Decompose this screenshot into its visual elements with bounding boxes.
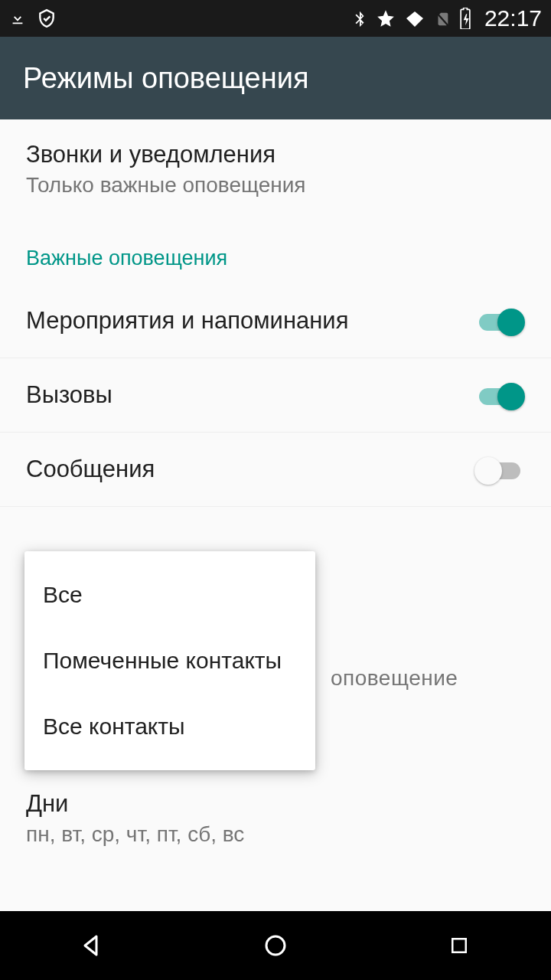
setting-subtitle: пн, вт, ср, чт, пт, сб, вс bbox=[26, 822, 525, 847]
app-bar: Режимы оповещения bbox=[0, 37, 551, 119]
settings-list: Звонки и уведомления Только важные опове… bbox=[0, 119, 551, 507]
popup-option-starred[interactable]: Помеченные контакты bbox=[24, 628, 315, 694]
svg-point-0 bbox=[266, 936, 285, 955]
battery-icon bbox=[458, 8, 472, 29]
check-shield-icon bbox=[37, 8, 57, 28]
switch-calls[interactable] bbox=[474, 380, 525, 410]
switch-messages[interactable] bbox=[474, 454, 525, 485]
setting-title: Вызовы bbox=[26, 381, 474, 409]
status-bar: 22:17 bbox=[0, 0, 551, 37]
setting-events-reminders[interactable]: Мероприятия и напоминания bbox=[0, 284, 551, 358]
setting-days[interactable]: Дни пн, вт, ср, чт, пт, сб, вс bbox=[26, 790, 525, 847]
setting-subtitle: Только важные оповещения bbox=[26, 173, 525, 198]
switch-events[interactable] bbox=[474, 305, 525, 336]
setting-title: Дни bbox=[26, 790, 525, 818]
setting-messages[interactable]: Сообщения bbox=[0, 433, 551, 507]
star-icon bbox=[376, 8, 396, 28]
clock-time: 22:17 bbox=[484, 5, 542, 31]
dropdown-popup: Все Помеченные контакты Все контакты bbox=[24, 551, 315, 770]
nav-recent-button[interactable] bbox=[421, 923, 497, 969]
bluetooth-icon bbox=[351, 8, 368, 28]
setting-title: Мероприятия и напоминания bbox=[26, 307, 474, 335]
nav-back-button[interactable] bbox=[54, 923, 130, 969]
section-header-important: Важные оповещения bbox=[0, 219, 551, 284]
no-sim-icon bbox=[434, 8, 451, 28]
svg-rect-1 bbox=[452, 939, 466, 952]
setting-calls[interactable]: Вызовы bbox=[0, 358, 551, 433]
page-title: Режимы оповещения bbox=[23, 62, 309, 95]
wifi-icon bbox=[403, 9, 426, 28]
occluded-text: оповещение bbox=[331, 666, 458, 691]
setting-title: Звонки и уведомления bbox=[26, 141, 525, 168]
popup-option-all[interactable]: Все bbox=[24, 562, 315, 628]
setting-calls-notifications[interactable]: Звонки и уведомления Только важные опове… bbox=[0, 119, 551, 219]
download-icon bbox=[9, 10, 26, 27]
setting-title: Сообщения bbox=[26, 456, 474, 483]
popup-option-all-contacts[interactable]: Все контакты bbox=[24, 694, 315, 760]
nav-home-button[interactable] bbox=[237, 923, 314, 969]
navigation-bar bbox=[0, 911, 551, 980]
